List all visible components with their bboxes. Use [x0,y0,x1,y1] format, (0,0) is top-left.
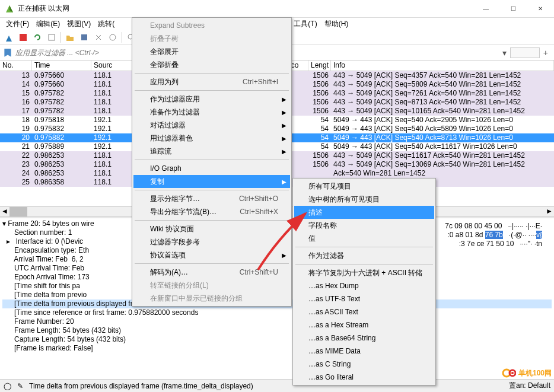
svg-point-7 [511,372,514,374]
menu-item[interactable]: 作为过滤器应用▶ [133,93,290,106]
menu-tools[interactable]: 工具(T) [290,18,320,30]
menu-item[interactable]: 对话过滤器▶ [133,119,290,132]
detail-line[interactable]: Capture Length: 54 bytes (432 bits) [2,335,552,344]
watermark-text: 单机100网 [518,368,552,378]
context-menu: Expand Subtrees折叠子树全部展开全部折叠应用为列Ctrl+Shif… [132,17,292,307]
menu-item[interactable]: 显示分组字节…Ctrl+Shift+O [133,192,290,205]
menu-file[interactable]: 文件(F) [2,18,33,30]
toolbar-close-icon[interactable] [92,31,105,44]
toolbar-restart-icon[interactable] [31,31,44,44]
toolbar-stop-icon[interactable] [17,31,30,44]
menu-item[interactable]: 全部折叠 [133,58,290,71]
menu-item[interactable]: 准备作为过滤器▶ [133,106,290,119]
submenu-item[interactable]: 字段名称 [294,219,434,232]
submenu-item[interactable]: …as UTF-8 Text [294,292,434,305]
toolbar-reload-icon[interactable] [106,31,119,44]
submenu-item[interactable]: …as a Hex Stream [294,318,434,332]
toolbar-options-icon[interactable] [45,31,58,44]
minimize-button[interactable]: — [472,0,499,18]
watermark: 单机100网 [502,366,552,380]
copy-submenu: 所有可见项目选中树的所有可见项目描述字段名称值作为过滤器将字节复制为十六进制 +… [292,178,436,385]
bookmark-icon[interactable] [2,47,13,58]
menu-item[interactable]: 复制▶ [133,175,290,188]
toolbar-open-icon[interactable] [63,31,77,44]
filter-add-icon[interactable]: + [540,48,552,58]
filter-expression-button[interactable] [510,47,540,58]
app-icon [5,4,14,14]
svg-point-3 [110,34,116,40]
status-indicator-icon: ◯ [4,382,11,390]
menu-item[interactable]: 过滤器字段参考 [133,235,290,248]
column-info[interactable]: Info [331,60,554,71]
submenu-item[interactable]: …as MIME Data [294,345,434,358]
menu-item[interactable]: 全部展开 [133,45,290,58]
watermark-logo-icon [502,366,516,380]
window-title: 正在捕获 以太网 [18,4,472,14]
status-edit-icon[interactable]: ✎ [17,382,23,390]
menu-item[interactable]: 导出分组字节流(B)…Ctrl+Shift+X [133,205,290,218]
menu-item: 折叠子树 [133,32,290,45]
hex-line[interactable]: 7c 09 08 00 45 00 ··|····· ·|···E· [445,222,542,231]
detail-line[interactable]: [Time since reference or first frame: 0.… [2,308,552,317]
menu-item: 在新窗口中显示已链接的分组 [133,292,290,305]
submenu-item[interactable]: …as Go literal [294,371,434,384]
menu-item[interactable]: 追踪流▶ [133,145,290,158]
submenu-item[interactable]: …as Hex Dump [294,279,434,292]
detail-line[interactable]: [Frame is marked: False] [2,344,552,353]
svg-rect-0 [20,34,27,41]
toolbar-save-icon[interactable] [78,31,91,44]
menu-item[interactable]: 协议首选项▶ [133,248,290,262]
menu-help[interactable]: 帮助(H) [321,18,352,30]
menu-edit[interactable]: 编辑(E) [33,18,63,30]
status-text: Time delta from previous displayed frame… [29,382,253,390]
svg-rect-1 [49,34,55,40]
submenu-item[interactable]: 作为过滤器 [294,249,434,262]
submenu-item[interactable]: …as a Base64 String [294,332,434,345]
detail-line[interactable]: Frame Number: 20 [2,317,552,326]
column-length[interactable]: Lengt [308,60,331,71]
menu-view[interactable]: 视图(V) [63,18,94,30]
menu-item[interactable]: 应用为列Ctrl+Shift+I [133,75,290,88]
packet-bytes-pane[interactable]: 7c 09 08 00 45 00 ··|····· ·|···E·:0 a8 … [445,222,542,248]
menu-item: Expand Subtrees [133,19,290,32]
submenu-item[interactable]: …as ASCII Text [294,305,434,318]
menu-item[interactable]: 用过滤器着色▶ [133,132,290,145]
close-button[interactable]: ✕ [527,0,554,18]
status-profile[interactable]: 置an: Default [509,381,550,391]
submenu-item[interactable]: 所有可见项目 [294,180,434,193]
menu-item[interactable]: Wiki 协议页面 [133,222,290,235]
maximize-button[interactable]: ☐ [499,0,527,18]
menu-item[interactable]: I/O Graph [133,162,290,175]
submenu-item[interactable]: …as C String [294,358,434,371]
hex-line[interactable]: :0 a8 01 8d 76 7b ·(·@·· ····v{ [445,231,542,240]
submenu-item[interactable]: 值 [294,232,434,245]
menu-go[interactable]: 跳转( [94,18,118,30]
status-bar: ◯ ✎ Time delta from previous displayed f… [0,379,554,392]
detail-line[interactable]: Frame Length: 54 bytes (432 bits) [2,326,552,335]
filter-dropdown-icon[interactable]: ▾ [499,48,510,58]
column-no[interactable]: No. [0,60,32,71]
column-time[interactable]: Time [32,60,91,71]
menu-item[interactable]: 解码为(A)…Ctrl+Shift+U [133,266,290,279]
title-bar: 正在捕获 以太网 — ☐ ✕ [0,0,554,18]
hex-line[interactable]: :3 7e ce 71 50 10 ····"· ·tn [445,240,542,248]
submenu-item[interactable]: 描述 [294,206,434,219]
menu-item: 转至链接的分组(L) [133,279,290,292]
submenu-item[interactable]: 将字节复制为十六进制 + ASCII 转储 [294,266,434,279]
svg-rect-2 [81,34,87,40]
toolbar-start-icon[interactable] [2,31,15,44]
submenu-item[interactable]: 选中树的所有可见项目 [294,193,434,206]
